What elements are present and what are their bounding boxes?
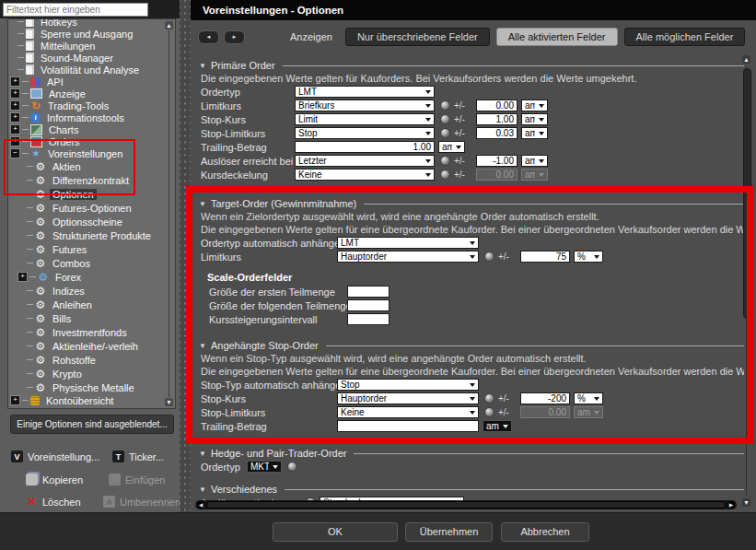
sidebar-item-trading-tools[interactable]: +↻Trading-Tools <box>8 99 164 111</box>
sidebar-item-voreinstellungen[interactable]: −✶Voreinstellungen <box>8 147 164 159</box>
voreinstellung--button[interactable]: VVoreinstellung... <box>11 451 99 462</box>
auslöser-erreicht-bei-select[interactable]: Letzter <box>295 155 435 167</box>
stop-kurs-select[interactable]: Limit <box>295 113 435 125</box>
nav-back-button[interactable]: ◄ <box>198 30 219 44</box>
offset-amount-input[interactable]: 0.03 <box>476 127 518 139</box>
löschen-button[interactable]: ✕Löschen <box>26 496 81 508</box>
sidebar-item-volatilität-und-analyse[interactable]: Volatilität und Analyse <box>8 64 164 76</box>
collapse-triangle-icon[interactable]: ▼ <box>199 200 206 208</box>
value-input[interactable] <box>347 299 390 311</box>
scrollbar-thumb[interactable] <box>206 501 726 509</box>
sidebar-item-charts[interactable]: +Charts <box>8 123 164 135</box>
expand-icon[interactable]: + <box>17 272 28 282</box>
tree-scroll-track[interactable] <box>169 30 169 397</box>
sidebar-item-kontoübersicht[interactable]: +Kontoübersicht <box>8 394 164 406</box>
sidebar-item-strukturierte-produkte[interactable]: ⚙Strukturierte Produkte <box>8 228 164 242</box>
offset-amount-input[interactable]: 75 <box>520 251 570 263</box>
scroll-down-icon[interactable]: ▼ <box>742 498 750 507</box>
offset-amount-input[interactable]: -200 <box>520 392 570 404</box>
value-input[interactable] <box>347 313 390 325</box>
expand-icon[interactable]: + <box>10 112 20 123</box>
globe-icon[interactable] <box>484 393 494 404</box>
filter-button[interactable]: Alle aktivierten Felder <box>496 28 618 46</box>
filter-button[interactable]: Nur überschriebene Felder <box>345 28 490 46</box>
nav-forward-button[interactable]: ► <box>224 30 245 44</box>
sidebar-item-indizes[interactable]: ⚙Indizes <box>8 284 164 298</box>
scroll-right-icon[interactable]: ▶ <box>727 501 735 509</box>
sidebar-item-futures[interactable]: ⚙Futures <box>8 242 164 256</box>
scroll-up-icon[interactable]: ▲ <box>165 21 173 29</box>
sidebar-item-mitteilungen[interactable]: Mitteilungen <box>8 40 164 52</box>
scroll-down-icon[interactable]: ▼ <box>165 398 173 406</box>
globe-icon[interactable] <box>440 100 450 111</box>
collapse-triangle-icon[interactable]: ▼ <box>199 62 206 70</box>
unit-select[interactable]: amt <box>438 141 465 153</box>
limitkurs-select[interactable]: Hauptorder <box>337 251 479 263</box>
sidebar-item-optionsscheine[interactable]: ⚙Optionsscheine <box>8 215 164 228</box>
sidebar-item-investmentfonds[interactable]: ⚙Investmentfonds <box>8 325 164 339</box>
sidebar-item-futures-optionen[interactable]: ⚙Futures-Optionen <box>8 201 164 215</box>
expand-icon[interactable]: + <box>10 136 20 146</box>
sidebar-item-optionen[interactable]: ⚙Optionen <box>8 187 164 201</box>
offset-amount-input[interactable]: 0.00 <box>476 99 518 111</box>
globe-icon[interactable] <box>440 128 450 138</box>
hidden-options-button[interactable]: Einige Optionen sind ausgeblendet... <box>10 415 174 434</box>
sidebar-item-bills[interactable]: ⚙Bills <box>8 311 164 325</box>
ok-button[interactable]: OK <box>273 522 398 542</box>
expand-icon[interactable]: + <box>10 76 20 87</box>
ordertyp-select[interactable]: LMT <box>295 86 435 98</box>
unit-select[interactable]: amt <box>521 127 548 139</box>
collapse-triangle-icon[interactable]: ▼ <box>199 486 206 494</box>
globe-icon[interactable] <box>440 170 450 180</box>
sidebar-item-sound-manager[interactable]: Sound-Manager <box>8 52 164 64</box>
sidebar-item-forex[interactable]: +⚙Forex <box>8 270 164 284</box>
unit-select[interactable]: amt <box>521 99 548 111</box>
sidebar-item-aktienleihe-verleih[interactable]: ⚙Aktienleihe/-verleih <box>8 339 164 353</box>
sidebar-item-combos[interactable]: ⚙Combos <box>8 256 164 270</box>
sidebar-item-orders[interactable]: +Orders <box>8 135 164 147</box>
expand-icon[interactable]: + <box>10 88 20 99</box>
unit-select[interactable]: % <box>574 392 603 404</box>
scrollbar-thumb[interactable] <box>743 68 751 319</box>
sidebar-item-informationstools[interactable]: +iInformationstools <box>8 111 164 123</box>
sidebar-item-anleihen[interactable]: ⚙Anleihen <box>8 298 164 311</box>
filter-button[interactable]: Alle möglichen Felder <box>624 28 746 46</box>
horizontal-scrollbar[interactable]: ◀ ▶ <box>195 500 737 509</box>
globe-icon[interactable] <box>440 156 450 166</box>
ticker--button[interactable]: TTicker... <box>112 451 164 462</box>
cancel-button[interactable]: Abbrechen <box>501 522 589 542</box>
tree-scrollbar[interactable]: ▲ ▼ <box>165 21 173 406</box>
scroll-up-icon[interactable]: ▲ <box>742 55 750 64</box>
expand-icon[interactable]: + <box>10 124 20 135</box>
ordertyp-select[interactable]: MKT <box>247 461 282 473</box>
value-input[interactable] <box>337 420 479 432</box>
collapse-triangle-icon[interactable]: ▼ <box>199 450 206 458</box>
vertical-scrollbar[interactable]: ▲ ▼ <box>742 55 751 507</box>
sidebar-item-aktien[interactable]: ⚙Aktien <box>8 159 164 173</box>
stop-limitkurs-select[interactable]: Keine <box>337 406 479 418</box>
sidebar-item-rohstoffe[interactable]: ⚙Rohstoffe <box>8 353 164 367</box>
globe-icon[interactable] <box>484 252 494 262</box>
value-input[interactable] <box>347 286 390 298</box>
collapse-triangle-icon[interactable]: ▼ <box>199 342 206 350</box>
expand-icon[interactable]: + <box>10 395 20 405</box>
kursdeckelung-select[interactable]: Keine <box>295 169 435 181</box>
kopieren-button[interactable]: Kopieren <box>26 474 83 486</box>
expand-icon[interactable]: + <box>10 100 20 111</box>
sidebar-item-hotkeys[interactable]: Hotkeys <box>8 18 164 28</box>
limitkurs-select[interactable]: Briefkurs <box>295 99 435 111</box>
stop-typ-automatisch-anhängen-select[interactable]: Stop <box>337 379 479 391</box>
offset-amount-input[interactable]: 1.00 <box>476 113 518 125</box>
stop-kurs-select[interactable]: Hauptorder <box>337 392 479 404</box>
collapse-icon[interactable]: − <box>10 148 20 158</box>
globe-icon[interactable] <box>484 407 494 417</box>
globe-icon[interactable] <box>440 114 450 124</box>
sidebar-item-api[interactable]: +API <box>8 76 164 88</box>
ordertyp-automatisch-anhängen-select[interactable]: LMT <box>337 237 479 249</box>
globe-icon[interactable] <box>287 462 297 472</box>
unit-select[interactable]: amt <box>483 420 512 432</box>
apply-button[interactable]: Übernehmen <box>405 522 493 542</box>
sidebar-item-anzeige[interactable]: +Anzeige <box>8 88 164 99</box>
scroll-left-icon[interactable]: ◀ <box>197 501 204 509</box>
unit-select[interactable]: amt <box>521 155 548 167</box>
